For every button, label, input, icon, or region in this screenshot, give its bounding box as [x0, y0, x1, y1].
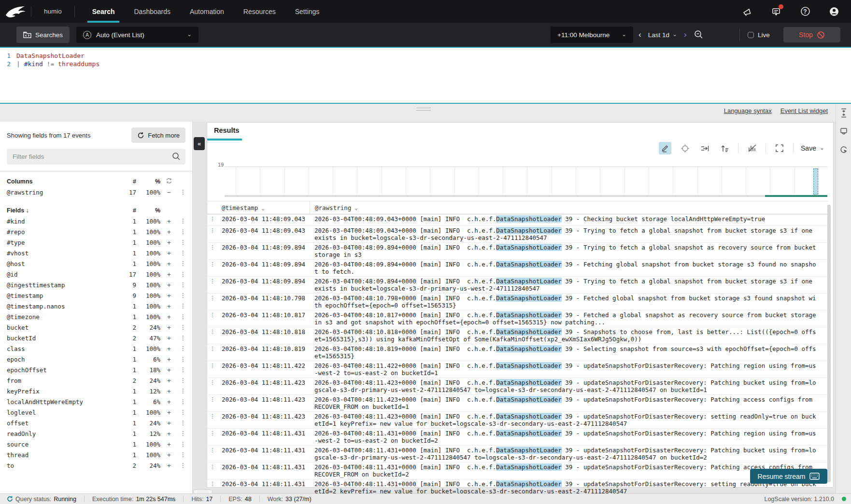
view-selector-dropdown[interactable]: A Auto (Event List) ⌄	[76, 27, 199, 43]
add-column-icon[interactable]: +	[160, 303, 178, 310]
kebab-menu-icon[interactable]: ⋮	[178, 356, 188, 363]
add-column-icon[interactable]: +	[160, 462, 178, 469]
pinned-panel-icon[interactable]	[838, 126, 849, 137]
nav-item[interactable]: Resources	[234, 0, 285, 23]
kebab-menu-icon[interactable]: ⋮	[178, 430, 188, 437]
kebab-menu-icon[interactable]: ⋮	[178, 271, 188, 278]
zoom-out-icon[interactable]	[694, 29, 704, 40]
timeline-brush-selection[interactable]	[765, 195, 827, 197]
add-column-icon[interactable]: +	[160, 366, 178, 374]
field-row[interactable]: to 2 24% + ⋮	[7, 460, 188, 471]
add-column-icon[interactable]: +	[160, 313, 178, 321]
row-kebab-icon[interactable]: ⋮	[207, 362, 218, 377]
log-event-row[interactable]: ⋮ 2026-03-04 11:48:11.423 2026-03-04T00:…	[207, 412, 828, 429]
field-row[interactable]: @id 17 100% + ⋮	[7, 269, 188, 280]
row-kebab-icon[interactable]: ⋮	[207, 413, 218, 427]
field-row[interactable]: epoch 1 6% + ⋮	[7, 354, 188, 364]
log-event-row[interactable]: ⋮ 2026-03-04 11:48:09.894 2026-03-04T00:…	[207, 260, 828, 277]
field-row[interactable]: @host 1 100% + ⋮	[7, 258, 188, 269]
row-kebab-icon[interactable]: ⋮	[207, 311, 218, 326]
searches-button[interactable]: Searches	[16, 27, 70, 43]
field-row[interactable]: #type 1 100% + ⋮	[7, 237, 188, 248]
field-row[interactable]: #kind 1 100% + ⋮	[7, 216, 188, 226]
field-row[interactable]: loglevel 1 100% + ⋮	[7, 407, 188, 418]
results-scrollbar[interactable]	[827, 205, 831, 482]
fetch-more-button[interactable]: Fetch more	[131, 127, 185, 143]
kebab-menu-icon[interactable]: ⋮	[178, 462, 188, 469]
workspace-name[interactable]: humio	[31, 8, 74, 15]
fullscreen-icon[interactable]	[773, 142, 786, 154]
add-column-icon[interactable]: +	[160, 218, 178, 225]
row-kebab-icon[interactable]: ⋮	[207, 294, 218, 309]
add-column-icon[interactable]: +	[160, 281, 178, 289]
crosshair-icon[interactable]	[679, 142, 691, 154]
row-kebab-icon[interactable]: ⋮	[207, 261, 218, 275]
row-kebab-icon[interactable]: ⋮	[207, 430, 218, 444]
add-column-icon[interactable]: +	[160, 451, 178, 459]
add-column-icon[interactable]: +	[160, 228, 178, 236]
nav-item[interactable]: Search	[83, 0, 125, 23]
field-row[interactable]: #repo 1 100% + ⋮	[7, 226, 188, 237]
annotate-pencil-icon[interactable]	[659, 142, 671, 154]
field-row[interactable]: localAndHttpWereEmpty 1 6% + ⋮	[7, 396, 188, 407]
editor-resize-handle[interactable]	[416, 108, 431, 112]
add-column-icon[interactable]: +	[160, 271, 178, 278]
kebab-menu-icon[interactable]: ⋮	[178, 398, 188, 405]
filter-fields-input[interactable]	[7, 149, 185, 165]
kebab-menu-icon[interactable]: ⋮	[178, 335, 188, 341]
add-column-icon[interactable]: +	[160, 345, 178, 352]
field-row[interactable]: thread 1 100% + ⋮	[7, 449, 188, 460]
nav-item[interactable]: Automation	[180, 0, 234, 23]
field-row[interactable]: keyPrefix 1 12% + ⋮	[7, 386, 188, 396]
save-dropdown-button[interactable]: Save ⌄	[801, 144, 824, 152]
live-checkbox[interactable]	[748, 32, 754, 38]
column-row[interactable]: @rawstring 17 100% − ⋮	[7, 187, 188, 197]
kebab-menu-icon[interactable]: ⋮	[178, 239, 188, 246]
add-column-icon[interactable]: +	[160, 441, 178, 448]
field-row[interactable]: class 1 100% + ⋮	[7, 343, 188, 354]
log-event-row[interactable]: ⋮ 2026-03-04 11:48:09.043 2026-03-04T00:…	[207, 214, 828, 226]
kebab-menu-icon[interactable]: ⋮	[178, 303, 188, 309]
log-event-row[interactable]: ⋮ 2026-03-04 11:48:09.043 2026-03-04T00:…	[207, 226, 828, 243]
kebab-menu-icon[interactable]: ⋮	[178, 260, 188, 267]
event-list-widget-link[interactable]: Event List widget	[780, 107, 828, 114]
timezone-dropdown[interactable]: +11:00 Melbourne ⌄	[551, 27, 633, 43]
field-row[interactable]: epochOffset 1 18% + ⋮	[7, 364, 188, 375]
help-icon[interactable]: ?	[800, 6, 810, 17]
log-event-row[interactable]: ⋮ 2026-03-04 11:48:11.431 2026-03-04T00:…	[207, 429, 828, 446]
kebab-menu-icon[interactable]: ⋮	[178, 228, 188, 235]
sync-columns-icon[interactable]	[160, 178, 178, 185]
add-column-icon[interactable]: +	[160, 292, 178, 299]
add-column-icon[interactable]: +	[160, 409, 178, 416]
time-range-dropdown[interactable]: Last 1d ⌄	[648, 31, 677, 39]
kebab-menu-icon[interactable]: ⋮	[178, 388, 188, 394]
row-kebab-icon[interactable]: ⋮	[207, 463, 218, 478]
field-row[interactable]: offset 1 24% + ⋮	[7, 418, 188, 428]
kebab-menu-icon[interactable]: ⋮	[178, 345, 188, 352]
add-column-icon[interactable]: +	[160, 250, 178, 257]
log-event-row[interactable]: ⋮ 2026-03-04 11:48:11.422 2026-03-04T00:…	[207, 361, 828, 378]
column-header-rawstring[interactable]: @rawstring⌄	[310, 201, 358, 214]
row-kebab-icon[interactable]: ⋮	[207, 328, 218, 343]
add-column-icon[interactable]: +	[160, 324, 178, 331]
kebab-menu-icon[interactable]: ⋮	[178, 324, 188, 331]
interaction-target-icon[interactable]	[838, 144, 849, 155]
kebab-menu-icon[interactable]: ⋮	[178, 420, 188, 426]
kebab-menu-icon[interactable]: ⋮	[178, 441, 188, 448]
stop-button[interactable]: Stop	[783, 27, 840, 42]
row-kebab-icon[interactable]: ⋮	[207, 345, 218, 360]
field-row[interactable]: from 2 24% + ⋮	[7, 375, 188, 386]
field-row[interactable]: @timezone 1 100% + ⋮	[7, 311, 188, 322]
add-column-icon[interactable]: +	[160, 356, 178, 363]
log-event-row[interactable]: ⋮ 2026-03-04 11:48:09.894 2026-03-04T00:…	[207, 277, 828, 294]
resume-stream-button[interactable]: Resume stream	[750, 469, 827, 484]
field-row[interactable]: @timestamp 9 100% + ⋮	[7, 290, 188, 301]
kebab-menu-icon[interactable]: ⋮	[178, 313, 188, 320]
field-row[interactable]: bucketId 2 47% + ⋮	[7, 333, 188, 343]
kebab-menu-icon[interactable]: ⋮	[178, 281, 188, 288]
collapse-sidebar-button[interactable]: «	[194, 137, 205, 150]
add-column-icon[interactable]: +	[160, 430, 178, 437]
language-syntax-link[interactable]: Language syntax	[724, 107, 772, 114]
kebab-menu-icon[interactable]: ⋮	[178, 366, 188, 373]
jump-to-end-icon[interactable]	[698, 142, 711, 154]
